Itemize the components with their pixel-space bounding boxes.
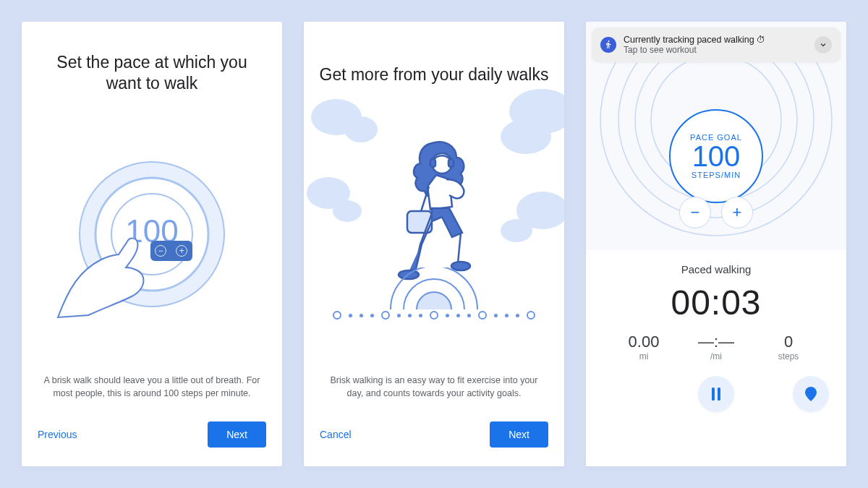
plus-icon: + [176,245,187,257]
walk-icon [600,37,616,53]
ground-arc [383,267,485,311]
screen-description: A brisk walk should leave you a little o… [22,374,282,421]
notification-title: Currently tracking paced walking ⏱ [624,35,807,45]
tracking-notification[interactable]: Currently tracking paced walking ⏱ Tap t… [592,27,841,62]
notification-subtitle: Tap to see workout [624,45,807,55]
screen-title: Get more from your daily walks [304,22,564,85]
onboarding-pace-screen: Set the pace at which you want to walk 1… [22,22,282,466]
svg-rect-16 [712,388,715,401]
screen-description: Brisk walking is an easy way to fit exer… [304,374,564,421]
onboarding-intro-screen: Get more from your daily walks [304,22,564,466]
progress-dots [333,311,535,320]
previous-button[interactable]: Previous [38,429,77,440]
increase-pace-button[interactable]: + [721,197,753,228]
pace-goal-core: PACE GOAL 100 STEPS/MIN [669,109,763,203]
pace-dial-illustration: 100 − + [22,94,282,375]
svg-rect-8 [448,159,454,167]
cancel-button[interactable]: Cancel [320,429,352,440]
walking-illustration [304,85,564,374]
location-button[interactable] [793,376,829,412]
decrease-pace-button[interactable]: − [679,197,711,228]
svg-rect-17 [718,388,720,401]
next-button[interactable]: Next [208,421,266,448]
walker-icon [380,136,488,288]
workout-tracking-screen: Currently tracking paced walking ⏱ Tap t… [586,22,846,466]
location-pin-icon [805,387,817,401]
pace-value: 100 [692,142,741,171]
next-button[interactable]: Next [490,421,548,448]
stat-steps: 0 steps [752,333,825,361]
workout-stats-panel: Paced walking 00:03 0.00 mi —:— /mi 0 st… [586,250,846,466]
hand-illustration [51,220,166,321]
pause-button[interactable] [698,376,734,412]
stat-distance: 0.00 mi [608,333,680,361]
activity-name: Paced walking [600,263,832,275]
screen-title: Set the pace at which you want to walk [22,22,282,94]
pace-label-bottom: STEPS/MIN [692,171,741,179]
pace-goal-rings: PACE GOAL 100 STEPS/MIN − + [586,62,846,250]
chevron-down-icon[interactable] [814,36,832,53]
elapsed-time: 00:03 [600,283,832,322]
pause-icon [710,388,722,401]
svg-rect-7 [430,159,435,167]
stat-pace: —:— /mi [680,333,752,361]
